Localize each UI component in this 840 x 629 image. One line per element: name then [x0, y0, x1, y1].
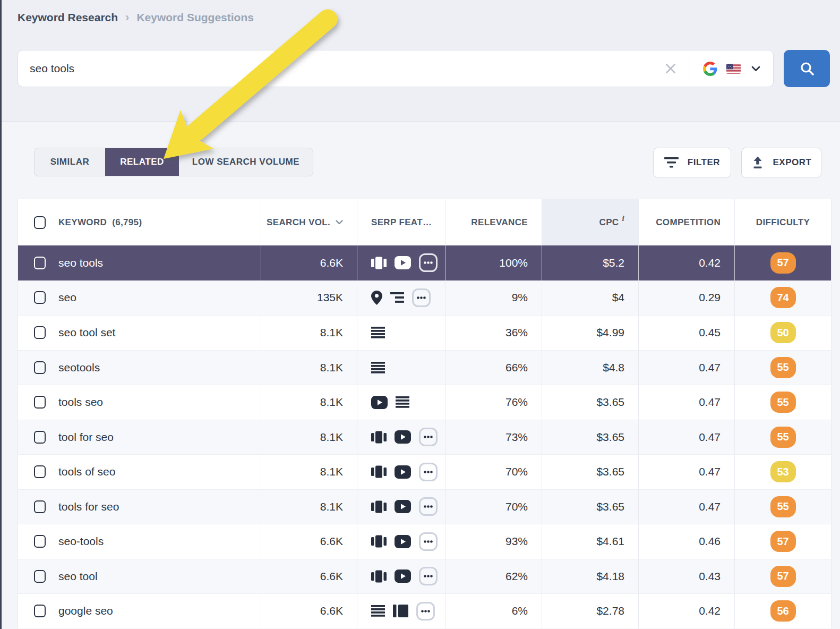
table-row[interactable]: tool for seo 8.1K 73% $3.65 0.47 55 [18, 420, 831, 455]
column-header-competition[interactable]: COMPETITION [639, 199, 735, 245]
select-all-checkbox[interactable] [34, 216, 46, 229]
export-button[interactable]: EXPORT [741, 148, 821, 177]
tab-similar[interactable]: SIMILAR [35, 148, 105, 176]
image-carousel-icon [371, 570, 387, 583]
cpc-cell: $4.61 [542, 524, 639, 559]
serp-features [357, 316, 446, 350]
keyword-search-bar [18, 50, 774, 87]
row-checkbox[interactable] [34, 291, 46, 304]
table-row[interactable]: seo tool set 8.1K 36% $4.99 0.45 50 [18, 315, 831, 350]
difficulty-badge: 55 [770, 357, 796, 378]
competition-cell: 0.45 [639, 316, 735, 350]
relevance-cell: 70% [446, 490, 542, 524]
table-row[interactable]: seo-tools 6.6K 93% $4.61 0.46 57 [18, 524, 831, 559]
tab-related[interactable]: RELATED [105, 148, 179, 176]
difficulty-badge: 74 [770, 287, 796, 308]
more-icon [419, 428, 438, 446]
competition-cell: 0.46 [639, 524, 735, 559]
difficulty-badge: 57 [770, 531, 796, 552]
more-icon [419, 532, 438, 551]
difficulty-badge: 55 [770, 496, 796, 517]
row-checkbox[interactable] [34, 396, 46, 409]
tab-low-search-volume[interactable]: LOW SEARCH VOLUME [179, 148, 313, 176]
table-body: seo tools 6.6K 100% $5.2 0.42 57 seo 135… [18, 245, 831, 628]
cpc-cell: $4 [542, 280, 639, 316]
video-icon [395, 535, 411, 548]
search-submit-button[interactable] [784, 50, 830, 87]
row-checkbox[interactable] [34, 535, 46, 548]
table-row[interactable]: seo tool 6.6K 62% $4.18 0.43 57 [18, 559, 831, 594]
serp-features [357, 420, 446, 455]
difficulty-badge: 57 [770, 566, 796, 587]
difficulty-badge: 55 [770, 392, 796, 413]
relevance-cell: 76% [446, 385, 542, 420]
search-vol-cell: 6.6K [261, 559, 357, 594]
filter-button-label: FILTER [688, 157, 720, 168]
cpc-cell: $3.65 [542, 420, 639, 455]
row-checkbox[interactable] [34, 500, 46, 513]
table-row[interactable]: google seo 6.6K 6% $2.78 0.42 56 [18, 593, 831, 628]
table-row[interactable]: seotools 8.1K 66% $4.8 0.47 55 [18, 350, 831, 385]
row-checkbox[interactable] [34, 465, 46, 478]
table-row[interactable]: tools of seo 8.1K 70% $3.65 0.47 53 [18, 454, 831, 489]
difficulty-badge: 50 [770, 322, 796, 343]
filter-button[interactable]: FILTER [653, 148, 731, 177]
google-logo-icon[interactable] [703, 62, 717, 76]
column-header-serp-features[interactable]: SERP FEAT… [357, 199, 446, 245]
keyword-search-input[interactable] [30, 62, 665, 75]
breadcrumb-separator: › [125, 11, 129, 24]
row-checkbox[interactable] [34, 361, 46, 374]
engine-dropdown-chevron-icon[interactable] [751, 66, 760, 72]
column-header-difficulty[interactable]: DIFFICULTY [735, 199, 831, 245]
image-carousel-icon [371, 465, 387, 478]
sort-chevron-icon [336, 220, 343, 225]
table-row[interactable]: seo tools 6.6K 100% $5.2 0.42 57 [18, 245, 831, 280]
video-icon [395, 500, 411, 513]
column-header-relevance[interactable]: RELEVANCE [446, 199, 542, 245]
more-icon [419, 253, 438, 272]
video-icon [395, 465, 411, 479]
difficulty-badge: 57 [770, 252, 796, 274]
relevance-cell: 70% [446, 455, 542, 489]
cpc-info-icon[interactable]: i [622, 214, 624, 223]
difficulty-header-label: DIFFICULTY [756, 217, 810, 228]
search-vol-cell: 6.6K [261, 524, 357, 559]
table-row[interactable]: tools seo 8.1K 76% $3.65 0.47 55 [18, 385, 831, 420]
relevance-cell: 62% [446, 559, 542, 594]
relevance-header-label: RELEVANCE [471, 217, 528, 228]
relevance-cell: 93% [446, 524, 542, 559]
search-vol-cell: 8.1K [261, 351, 357, 385]
filter-icon [664, 157, 679, 168]
column-header-cpc[interactable]: CPC i [542, 199, 639, 245]
clear-search-icon[interactable] [665, 63, 676, 74]
competition-cell: 0.47 [639, 490, 735, 524]
row-checkbox[interactable] [34, 570, 46, 583]
row-checkbox[interactable] [34, 431, 46, 444]
serp-header-label: SERP FEAT… [371, 217, 432, 228]
serp-features [357, 559, 446, 594]
us-flag-icon[interactable] [726, 64, 741, 74]
image-carousel-icon [371, 535, 387, 548]
keyword-cell: seo-tools [58, 535, 104, 548]
more-icon [419, 567, 438, 585]
row-checkbox[interactable] [34, 326, 46, 339]
relevance-cell: 36% [446, 316, 542, 350]
search-vol-cell: 8.1K [261, 316, 357, 350]
column-header-keyword[interactable]: KEYWORD (6,795) [18, 199, 261, 245]
searchbar-divider [690, 58, 690, 79]
cpc-cell: $5.2 [542, 245, 639, 280]
keyword-cell: tool for seo [58, 431, 114, 444]
organic-list-icon [371, 605, 385, 617]
row-checkbox[interactable] [34, 605, 46, 617]
serp-features [357, 594, 446, 628]
table-row[interactable]: tools for seo 8.1K 70% $3.65 0.47 55 [18, 489, 831, 524]
difficulty-badge: 56 [770, 600, 796, 622]
organic-list-icon [396, 396, 409, 408]
local-pack-icon [371, 291, 382, 305]
suggestion-type-tabs: SIMILAR RELATED LOW SEARCH VOLUME [34, 148, 313, 176]
row-checkbox[interactable] [34, 257, 46, 269]
table-row[interactable]: seo 135K 9% $4 0.29 74 [18, 280, 831, 316]
column-header-search-vol[interactable]: SEARCH VOL. [261, 199, 357, 245]
competition-cell: 0.29 [639, 280, 735, 316]
breadcrumb-section[interactable]: Keyword Research [18, 11, 118, 24]
